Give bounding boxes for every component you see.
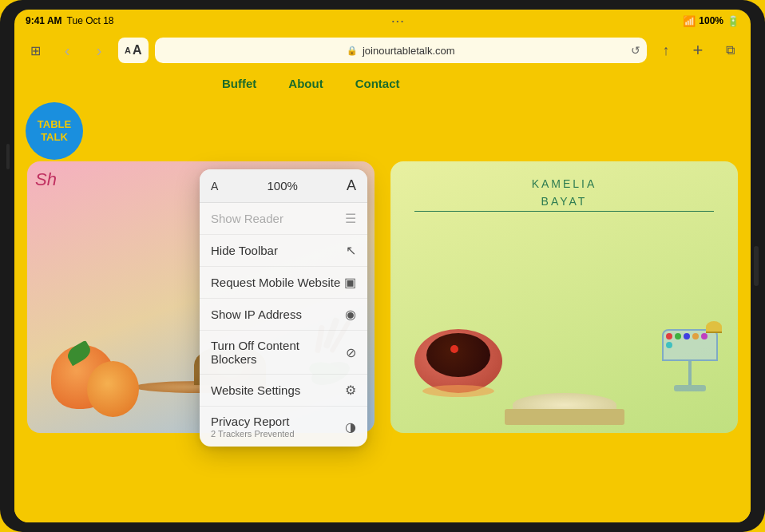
ipad-frame: 9:41 AM Tue Oct 18 ··· 📶 100% 🔋 ⊞ ‹ › A …: [0, 0, 765, 532]
hide-toolbar-label: Hide Toolbar: [211, 244, 278, 257]
date-display: Tue Oct 18: [67, 15, 114, 26]
nav-item-about[interactable]: About: [288, 77, 323, 90]
request-mobile-icon: ▣: [344, 275, 356, 290]
battery-display: 100%: [699, 15, 723, 26]
bayat-label: BAYAT: [414, 195, 714, 212]
aa-small-label: A: [125, 46, 131, 55]
battery-icon: 🔋: [727, 15, 739, 27]
status-bar: 9:41 AM Tue Oct 18 ··· 📶 100% 🔋: [14, 10, 751, 32]
tabs-icon: ⧉: [726, 43, 735, 58]
forward-button[interactable]: ›: [86, 38, 112, 63]
tabs-button[interactable]: ⧉: [717, 38, 743, 63]
privacy-report-sub: 2 Trackers Prevented: [211, 429, 295, 439]
kamelia-label: KAMELIA: [390, 177, 738, 190]
website-nav: Buffet About Contact: [14, 69, 751, 97]
show-ip-icon: ◉: [345, 307, 356, 322]
aa-large-label: A: [133, 43, 142, 58]
request-mobile-label: Request Mobile Website: [211, 276, 340, 289]
content-blockers-icon: ⊘: [346, 345, 356, 360]
browser-toolbar: ⊞ ‹ › A A 🔒 joinourtabletalk.com ↺ ↑ + ⧉: [14, 32, 751, 69]
font-size-display: 100%: [267, 179, 297, 193]
website-settings-label: Website Settings: [211, 383, 300, 397]
content-blockers-label: Turn Off Content Blockers: [211, 339, 346, 366]
back-button[interactable]: ‹: [54, 38, 80, 63]
privacy-report-icon: ◑: [345, 419, 356, 435]
site-logo: TABLE TALK: [26, 102, 83, 160]
wifi-icon: 📶: [683, 15, 696, 27]
screen: 9:41 AM Tue Oct 18 ··· 📶 100% 🔋 ⊞ ‹ › A …: [14, 10, 751, 522]
request-mobile-item[interactable]: Request Mobile Website ▣: [200, 267, 367, 299]
show-ip-label: Show IP Address: [211, 308, 302, 321]
lock-icon: 🔒: [347, 46, 358, 56]
font-decrease-button[interactable]: A: [211, 180, 218, 193]
status-dots: ···: [391, 15, 405, 27]
volume-button: [6, 144, 10, 169]
website-settings-icon: ⚙: [345, 383, 356, 398]
main-content: TABLE TALK Sh: [14, 97, 751, 522]
logo-text: TABLE TALK: [38, 118, 71, 143]
status-left: 9:41 AM Tue Oct 18: [26, 15, 114, 26]
add-icon: +: [693, 40, 704, 61]
cards-container: Sh: [14, 145, 751, 449]
url-bar[interactable]: 🔒 joinourtabletalk.com ↺: [155, 38, 647, 63]
privacy-report-content: Privacy Report 2 Trackers Prevented: [211, 415, 295, 439]
url-text: joinourtabletalk.com: [363, 45, 455, 57]
content-blockers-item[interactable]: Turn Off Content Blockers ⊘: [200, 331, 367, 375]
dropdown-menu: A 100% A Show Reader ☰ Hide Toolbar ↖ Re…: [200, 169, 367, 447]
nav-item-buffet[interactable]: Buffet: [222, 77, 256, 90]
aa-button[interactable]: A A: [118, 38, 149, 63]
hide-toolbar-item[interactable]: Hide Toolbar ↖: [200, 235, 367, 267]
reload-icon[interactable]: ↺: [631, 44, 640, 57]
nav-item-contact[interactable]: Contact: [355, 77, 400, 90]
card-sh-text: Sh: [35, 169, 57, 190]
share-button[interactable]: ↑: [653, 38, 679, 63]
share-icon: ↑: [663, 42, 670, 59]
privacy-report-label: Privacy Report: [211, 415, 295, 428]
website-settings-item[interactable]: Website Settings ⚙: [200, 375, 367, 407]
font-increase-button[interactable]: A: [347, 177, 356, 194]
show-reader-item[interactable]: Show Reader ☰: [200, 203, 367, 235]
show-ip-item[interactable]: Show IP Address ◉: [200, 299, 367, 331]
status-right: 📶 100% 🔋: [683, 15, 739, 27]
privacy-report-item[interactable]: Privacy Report 2 Trackers Prevented ◑: [200, 407, 367, 447]
hide-toolbar-icon: ↖: [346, 243, 356, 258]
font-size-controls: A 100% A: [200, 169, 367, 203]
show-reader-label: Show Reader: [211, 212, 283, 225]
card-right: KAMELIA BAYAT: [390, 161, 738, 433]
time-display: 9:41 AM: [26, 15, 62, 26]
show-reader-icon: ☰: [345, 211, 356, 226]
status-center: ···: [391, 15, 405, 27]
add-tab-button[interactable]: +: [685, 38, 711, 63]
peach-two: [87, 361, 139, 417]
home-button[interactable]: [754, 246, 759, 286]
sidebar-toggle-button[interactable]: ⊞: [22, 38, 48, 63]
